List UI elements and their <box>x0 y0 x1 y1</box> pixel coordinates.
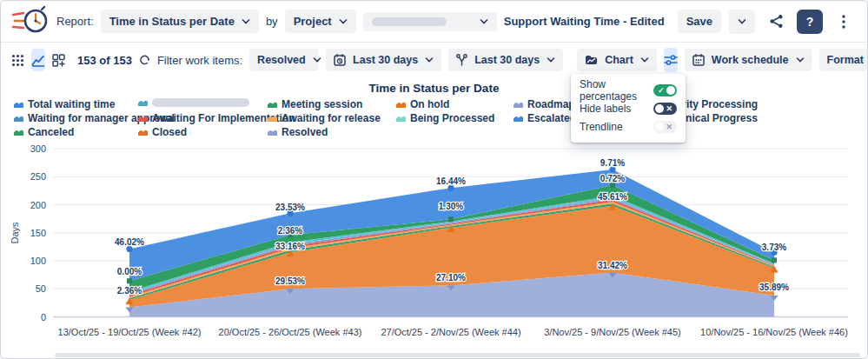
legend-item-meeting-session[interactable]: Meeting session <box>268 98 362 110</box>
chart-settings-menu: Show percentages✓Hide labels✕Trendline✕ <box>571 74 686 143</box>
app-window: Report: Time in Status per Date by Proje… <box>0 0 868 359</box>
chart-title: Time in Status per Date <box>1 82 867 95</box>
percent-label: 2.36% <box>278 226 302 236</box>
legend-label: Closed <box>152 126 187 138</box>
legend-label: Resolved <box>282 126 328 138</box>
legend-item-resolved[interactable]: Resolved <box>268 126 328 138</box>
percent-label: 46.02% <box>115 237 144 247</box>
toggle-on[interactable]: ✓ <box>653 84 677 96</box>
percent-label: 1.30% <box>439 202 463 211</box>
legend-label: Meeting session <box>282 98 362 110</box>
y-tick-label: 250 <box>30 171 46 182</box>
menu-item-show-percentages[interactable]: Show percentages✓ <box>580 81 677 99</box>
percent-label: 27.10% <box>436 273 466 283</box>
percent-label: 33.16% <box>275 242 305 251</box>
toggle-off[interactable]: ✕ <box>653 103 677 115</box>
legend-item-roadmap[interactable]: Roadmap <box>514 98 575 110</box>
toggle-symbol: ✕ <box>666 103 673 114</box>
y-tick-label: 50 <box>36 283 46 294</box>
area-series-icon <box>268 129 277 136</box>
legend-item-canceled[interactable]: Canceled <box>14 126 74 138</box>
menu-item-label: Trendline <box>580 121 623 133</box>
x-tick-label: 27/Oct/25 - 2/Nov/25 (Week #44) <box>381 327 520 337</box>
toggle-knob <box>655 123 664 131</box>
redacted-series-name <box>152 98 249 107</box>
legend-label: Total waiting time <box>28 98 115 110</box>
x-tick-label: 10/Nov/25 - 16/Nov/25 (Week #46) <box>700 327 848 337</box>
toggle-symbol: ✕ <box>666 122 673 132</box>
percent-label: 0.00% <box>117 267 142 276</box>
menu-item-trendline[interactable]: Trendline✕ <box>580 117 677 136</box>
y-tick-label: 100 <box>30 256 46 266</box>
area-series-icon <box>396 115 406 122</box>
stacked-area-chart: 050100150200250300Days13/Oct/25 - 19/Oct… <box>1 1 868 359</box>
legend-label: Escalated <box>527 112 576 124</box>
area-series-icon <box>268 101 277 108</box>
percent-label: 9.71% <box>600 158 625 168</box>
y-axis-title: Days <box>10 222 20 244</box>
legend-label: Being Processed <box>410 112 494 124</box>
x-tick-label: 20/Oct/25 - 26/Oct/25 (Week #43) <box>219 327 362 337</box>
percent-label: 16.44% <box>436 176 466 186</box>
area-series-icon <box>138 129 148 136</box>
legend-label: On hold <box>410 98 449 110</box>
marker-square <box>448 216 454 222</box>
area-series-icon <box>14 101 23 108</box>
menu-item-hide-labels[interactable]: Hide labels✕ <box>580 99 677 117</box>
area-series-icon <box>14 115 23 122</box>
y-tick-label: 200 <box>30 200 46 210</box>
y-tick-label: 0 <box>41 312 46 322</box>
legend-label: Awaiting for release <box>282 112 381 124</box>
area-series-icon <box>138 99 148 106</box>
toggle-disabled[interactable]: ✕ <box>653 121 677 133</box>
area-series-icon <box>514 101 523 108</box>
x-tick-label: 3/Nov/25 - 9/Nov/25 (Week #45) <box>544 327 681 337</box>
area-series-icon <box>268 115 277 122</box>
area-series-icon <box>138 115 148 122</box>
toggle-symbol: ✓ <box>658 85 665 96</box>
percent-label: 31.42% <box>598 261 627 270</box>
percent-label: 29.53% <box>275 276 305 286</box>
legend-item-escalated[interactable]: Escalated <box>514 112 576 124</box>
percent-label: 2.36% <box>117 286 142 296</box>
marker-square <box>127 278 132 283</box>
percent-label: 0.72% <box>600 174 625 183</box>
percent-label: 35.89% <box>759 283 789 292</box>
percent-label: 45.61% <box>598 192 627 202</box>
area-series-icon <box>514 115 523 122</box>
y-tick-label: 300 <box>30 143 46 154</box>
percent-label: 3.73% <box>762 243 786 252</box>
x-tick-label: 13/Oct/25 - 19/Oct/25 (Week #42) <box>58 327 202 337</box>
percent-label: 23.53% <box>275 203 305 212</box>
marker-square <box>772 257 777 263</box>
menu-item-label: Show percentages <box>580 78 653 103</box>
legend-label: Canceled <box>28 126 74 138</box>
legend-item-redacted[interactable] <box>138 98 249 107</box>
legend-item-on-hold[interactable]: On hold <box>396 98 449 110</box>
menu-item-label: Hide labels <box>580 103 631 115</box>
legend-label: Roadmap <box>527 98 575 110</box>
legend-item-being-processed[interactable]: Being Processed <box>396 112 494 124</box>
legend-item-total-waiting-time[interactable]: Total waiting time <box>14 98 115 110</box>
legend-item-awaiting-for-release[interactable]: Awaiting for release <box>268 112 381 124</box>
legend-item-closed[interactable]: Closed <box>138 126 187 138</box>
horizontal-scrollbar[interactable] <box>55 353 860 357</box>
y-tick-label: 150 <box>30 228 46 238</box>
toggle-knob <box>655 104 664 113</box>
toggle-knob <box>666 86 675 95</box>
area-series-icon <box>396 101 406 108</box>
area-series-icon <box>14 129 23 136</box>
